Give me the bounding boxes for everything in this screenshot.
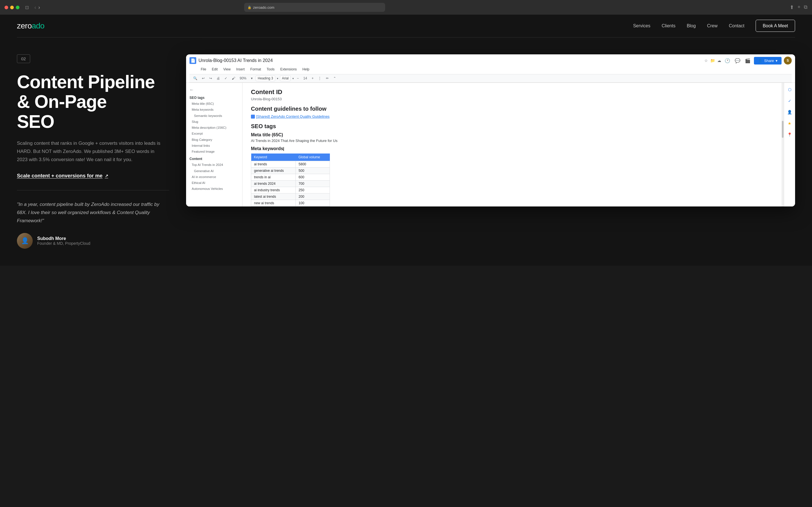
outline-section-content: Content xyxy=(190,157,239,161)
folder-icon[interactable]: 📁 xyxy=(710,58,715,63)
gdoc-menu-bar: File Edit View Insert Format Tools Exten… xyxy=(190,66,792,74)
toolbar-format-paint[interactable]: 🖌 xyxy=(231,75,237,81)
outline-meta-description[interactable]: Meta description (156C) xyxy=(190,125,239,131)
style-select[interactable]: Heading 3 xyxy=(256,75,275,81)
outline-slug[interactable]: Slug xyxy=(190,119,239,125)
nav-contact[interactable]: Contact xyxy=(729,23,744,28)
address-bar[interactable]: 🔒 zeroado.com xyxy=(244,3,385,12)
outline-ethical-ai[interactable]: Ethical AI xyxy=(190,180,239,186)
sidebar-check-icon[interactable]: ✓ xyxy=(786,98,793,104)
cloud-icon[interactable]: ☁ xyxy=(717,58,721,63)
toolbar-font-size[interactable]: 14 xyxy=(302,75,308,81)
content-id-label: Content ID xyxy=(251,89,773,96)
outline-meta-title[interactable]: Meta title (65C) xyxy=(190,101,239,107)
table-cell-keyword: generative ai trends xyxy=(251,168,296,174)
meta-title-value: AI Trends in 2024 That Are Shaping the F… xyxy=(251,138,773,143)
outline-blog-category[interactable]: Blog Category xyxy=(190,137,239,143)
font-dropdown-icon[interactable]: ▾ xyxy=(292,77,294,80)
close-dot[interactable] xyxy=(4,6,8,9)
toolbar-chevron-up[interactable]: ⌃ xyxy=(332,75,338,81)
testimonial-author: 👤 Subodh More Founder & MD, PropertyClou… xyxy=(17,233,169,249)
menu-tools[interactable]: Tools xyxy=(264,66,277,72)
toolbar-font-increase[interactable]: + xyxy=(310,75,315,81)
back-button[interactable]: ‹ xyxy=(35,4,36,10)
guidelines-link[interactable]: [Shared] ZeroAdo Content Quality Guideli… xyxy=(251,114,773,119)
browser-window-controls xyxy=(4,6,19,9)
outline-generative-ai[interactable]: Generative AI xyxy=(190,168,239,174)
meta-title-label: Meta title (65C) xyxy=(251,132,773,137)
comment-icon[interactable]: 💬 xyxy=(733,57,742,64)
table-row: latest ai trends200 xyxy=(251,193,330,200)
menu-file[interactable]: File xyxy=(199,66,208,72)
share-icon[interactable]: ⬆ xyxy=(790,4,794,10)
menu-edit[interactable]: Edit xyxy=(209,66,220,72)
sidebar-location-icon[interactable]: 📍 xyxy=(786,131,793,138)
maximize-dot[interactable] xyxy=(16,6,19,9)
table-cell-volume: 200 xyxy=(296,193,330,200)
table-cell-volume: 250 xyxy=(296,187,330,193)
menu-insert[interactable]: Insert xyxy=(234,66,247,72)
toolbar-more-options[interactable]: ⋮ xyxy=(317,75,323,81)
outline-internal-links[interactable]: Internal links xyxy=(190,143,239,149)
outline-back-button[interactable]: ← xyxy=(190,87,239,93)
windows-icon[interactable]: ⧉ xyxy=(804,4,808,10)
toolbar-edit-icon[interactable]: ✏ xyxy=(324,75,330,81)
logo[interactable]: zeroado xyxy=(17,21,45,31)
menu-format[interactable]: Format xyxy=(248,66,263,72)
browser-nav: ‹ › xyxy=(35,4,40,10)
guidelines-heading: Content guidelines to follow xyxy=(251,106,773,112)
sidebar-people-icon[interactable]: 👤 xyxy=(786,109,793,115)
outline-top-ai-trends[interactable]: Top AI Trends in 2024 xyxy=(190,162,239,168)
gdoc-link-icon xyxy=(251,115,255,119)
minimize-dot[interactable] xyxy=(10,6,14,9)
table-cell-volume: 500 xyxy=(296,168,330,174)
font-select[interactable]: Arial xyxy=(280,75,291,81)
nav-clients[interactable]: Clients xyxy=(662,23,675,28)
menu-view[interactable]: View xyxy=(221,66,233,72)
sidebar-toggle[interactable]: ⊡ xyxy=(25,5,29,10)
toolbar-spellcheck[interactable]: ✓ xyxy=(223,75,229,81)
sidebar-star-icon[interactable]: ★ xyxy=(786,120,793,127)
nav-services[interactable]: Services xyxy=(633,23,650,28)
toolbar-search[interactable]: 🔍 xyxy=(192,75,199,81)
sidebar-expand-icon[interactable]: ⬡ xyxy=(786,86,793,93)
cta-link[interactable]: Scale content + conversions for me ↗ xyxy=(17,173,108,179)
table-row: ai trends5800 xyxy=(251,161,330,168)
logo-ado: ado xyxy=(32,21,44,30)
star-icon[interactable]: ☆ xyxy=(704,58,708,63)
outline-meta-keywords[interactable]: Meta keywords xyxy=(190,107,239,113)
gdoc-scrollbar[interactable] xyxy=(781,83,784,207)
scrollbar-thumb[interactable] xyxy=(782,121,783,138)
outline-ai-ecommerce[interactable]: AI in ecommerce xyxy=(190,174,239,180)
outline-semantic-keywords[interactable]: Semantic keywords xyxy=(190,113,239,119)
outline-autonomous-vehicles[interactable]: Autonomous Vehicles xyxy=(190,186,239,192)
table-row: ai trends 2024700 xyxy=(251,180,330,187)
nav-crew[interactable]: Crew xyxy=(707,23,718,28)
table-header-keyword: Keyword xyxy=(251,154,296,161)
gdoc-body: ← SEO tags Meta title (65C) Meta keyword… xyxy=(186,83,795,207)
forward-button[interactable]: › xyxy=(38,4,40,10)
present-icon[interactable]: 🎬 xyxy=(744,57,752,64)
history-icon[interactable]: 🕐 xyxy=(723,57,731,64)
menu-extensions[interactable]: Extensions xyxy=(278,66,299,72)
gdoc-outline: ← SEO tags Meta title (65C) Meta keyword… xyxy=(186,83,243,207)
url-text: zeroado.com xyxy=(253,5,274,10)
toolbar-zoom-dropdown[interactable]: ▾ xyxy=(250,75,254,81)
toolbar-font-decrease[interactable]: − xyxy=(296,75,300,81)
new-tab-icon[interactable]: + xyxy=(797,4,801,10)
gdoc-header: 📄 Unrola-Blog-00153 AI Trends in 2024 ☆ … xyxy=(186,54,795,83)
style-dropdown-icon[interactable]: ▾ xyxy=(277,77,278,80)
toolbar-redo[interactable]: ↪ xyxy=(208,75,213,81)
menu-help[interactable]: Help xyxy=(300,66,312,72)
outline-featured-image[interactable]: Featured Image xyxy=(190,149,239,155)
outline-section-seo: SEO tags xyxy=(190,96,239,100)
toolbar-undo[interactable]: ↩ xyxy=(200,75,206,81)
table-row: generative ai trends500 xyxy=(251,168,330,174)
nav-cta-button[interactable]: Book A Meet xyxy=(756,20,795,32)
toolbar-print[interactable]: 🖨 xyxy=(215,75,221,81)
outline-excerpt[interactable]: Excerpt xyxy=(190,131,239,136)
gdoc-title: Unrola-Blog-00153 AI Trends in 2024 xyxy=(199,58,702,63)
nav-blog[interactable]: Blog xyxy=(687,23,696,28)
share-button[interactable]: 👤 Share ▾ xyxy=(754,57,781,64)
cursor xyxy=(283,147,284,151)
